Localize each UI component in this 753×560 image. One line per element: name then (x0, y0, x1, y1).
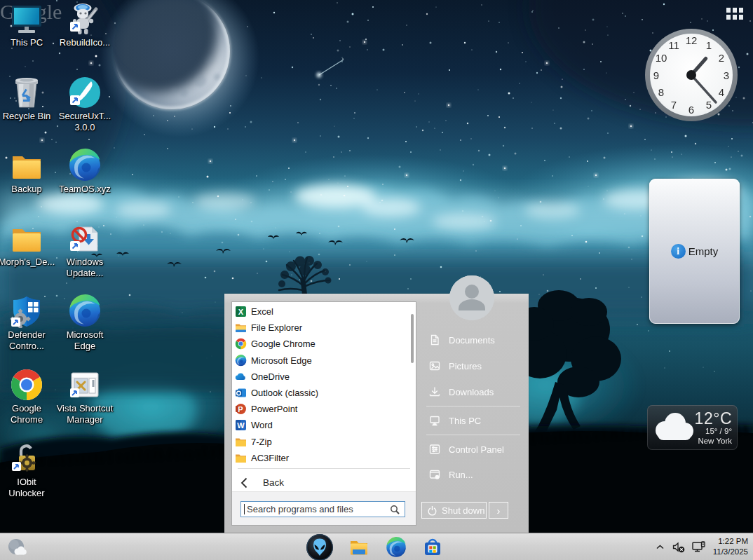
svg-text:12: 12 (686, 34, 698, 46)
svg-text:1: 1 (706, 39, 712, 51)
svg-text:7: 7 (671, 99, 677, 111)
svg-text:11: 11 (668, 39, 679, 51)
svg-text:5: 5 (706, 99, 712, 111)
svg-text:8: 8 (658, 86, 664, 98)
svg-text:X: X (238, 308, 244, 316)
svg-text:9: 9 (653, 69, 659, 81)
svg-text:10: 10 (656, 52, 667, 64)
svg-text:2: 2 (719, 52, 724, 64)
svg-text:6: 6 (688, 104, 694, 116)
svg-text:W: W (237, 421, 245, 430)
svg-text:4: 4 (719, 86, 724, 98)
svg-text:3: 3 (724, 69, 729, 81)
svg-text:P: P (238, 405, 243, 414)
